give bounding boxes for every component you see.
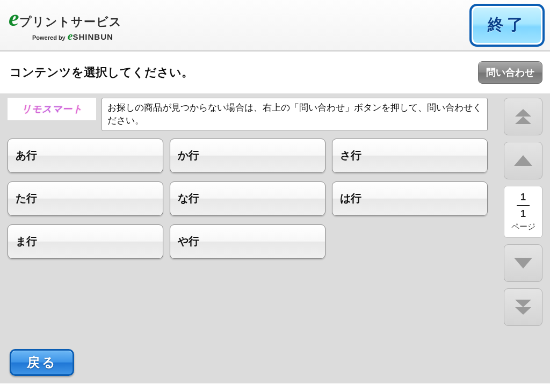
page-last-button[interactable] bbox=[504, 288, 542, 326]
category-label: さ行 bbox=[340, 148, 361, 163]
category-na-row[interactable]: な行 bbox=[170, 182, 325, 216]
notice-text: お探しの商品が見つからない場合は、右上の「問い合わせ」ボタンを押して、問い合わせ… bbox=[102, 98, 488, 131]
category-a-row[interactable]: あ行 bbox=[8, 139, 163, 173]
category-ha-row[interactable]: は行 bbox=[332, 182, 488, 216]
brand-tile-label: リモスマート bbox=[21, 103, 83, 115]
page-total: 1 bbox=[520, 208, 526, 220]
instruction-text: コンテンツを選択してください。 bbox=[10, 64, 193, 81]
category-ka-row[interactable]: か行 bbox=[170, 139, 325, 173]
down-icon bbox=[514, 258, 532, 268]
svg-marker-0 bbox=[515, 109, 531, 117]
category-label: か行 bbox=[178, 148, 199, 163]
logo-powered-by: Powered by bbox=[32, 34, 66, 41]
page-divider-icon bbox=[517, 205, 530, 206]
category-ma-row[interactable]: ま行 bbox=[8, 224, 163, 259]
category-label: あ行 bbox=[16, 148, 37, 163]
inquiry-button[interactable]: 問い合わせ bbox=[478, 61, 542, 84]
svg-marker-3 bbox=[514, 258, 532, 268]
category-label: ま行 bbox=[16, 234, 37, 249]
pager: 1 1 ページ bbox=[504, 98, 542, 326]
category-label: や行 bbox=[178, 234, 199, 249]
app-logo: e プリントサービス Powered by e SHINBUN bbox=[5, 8, 122, 43]
page-current: 1 bbox=[520, 192, 526, 203]
back-button-label: 戻る bbox=[27, 354, 57, 371]
double-up-icon bbox=[515, 117, 531, 124]
double-up-icon bbox=[515, 109, 531, 117]
logo-main-text: プリントサービス bbox=[19, 14, 122, 30]
double-down-icon bbox=[515, 300, 531, 307]
page-up-button[interactable] bbox=[504, 142, 542, 179]
brand-tile[interactable]: リモスマート bbox=[8, 98, 96, 120]
page-first-button[interactable] bbox=[504, 98, 542, 135]
category-label: な行 bbox=[178, 191, 199, 206]
back-button[interactable]: 戻る bbox=[10, 349, 74, 376]
logo-sub-text: SHINBUN bbox=[73, 32, 113, 41]
category-label: た行 bbox=[16, 191, 37, 206]
category-ya-row[interactable]: や行 bbox=[170, 224, 325, 259]
svg-marker-4 bbox=[515, 300, 531, 307]
category-ta-row[interactable]: た行 bbox=[8, 182, 163, 216]
double-down-icon bbox=[515, 307, 531, 315]
logo-e-icon: e bbox=[9, 8, 19, 29]
category-label: は行 bbox=[340, 191, 361, 206]
inquiry-button-label: 問い合わせ bbox=[486, 66, 534, 79]
svg-marker-1 bbox=[515, 117, 531, 124]
exit-button-label: 終了 bbox=[473, 8, 541, 43]
page-unit: ページ bbox=[511, 222, 535, 232]
main-panel: リモスマート お探しの商品が見つからない場合は、右上の「問い合わせ」ボタンを押し… bbox=[0, 93, 550, 383]
svg-marker-5 bbox=[515, 307, 531, 315]
info-strip: リモスマート お探しの商品が見つからない場合は、右上の「問い合わせ」ボタンを押し… bbox=[8, 98, 488, 131]
exit-button[interactable]: 終了 bbox=[469, 4, 545, 47]
page-down-button[interactable] bbox=[504, 244, 542, 282]
category-grid: あ行 か行 さ行 た行 な行 は行 ま行 や行 bbox=[8, 139, 488, 259]
svg-marker-2 bbox=[514, 155, 532, 166]
up-icon bbox=[514, 155, 532, 166]
instruction-bar: コンテンツを選択してください。 問い合わせ bbox=[0, 52, 550, 93]
page-indicator: 1 1 ページ bbox=[504, 186, 542, 238]
logo-e-icon-small: e bbox=[68, 29, 73, 43]
header: e プリントサービス Powered by e SHINBUN 終了 bbox=[0, 0, 550, 52]
category-sa-row[interactable]: さ行 bbox=[332, 139, 488, 173]
